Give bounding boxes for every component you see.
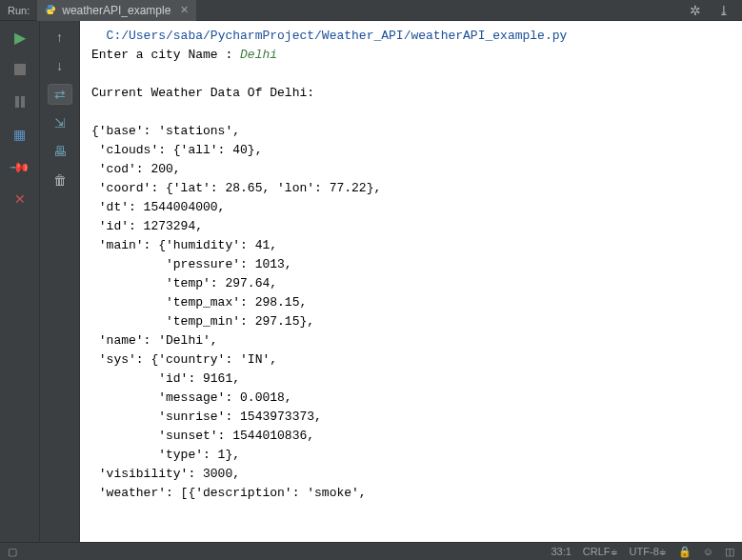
scroll-to-end-icon[interactable]: ⇲ xyxy=(48,112,72,133)
pin-icon[interactable]: 📌 xyxy=(5,151,34,181)
console-prompt: Enter a city Name : xyxy=(91,48,240,62)
console-output[interactable]: C:/Users/saba/PycharmProject/Weather_API… xyxy=(80,21,742,542)
close-button[interactable]: ✕ xyxy=(10,189,30,210)
inspections-icon[interactable]: ☺ xyxy=(703,546,713,557)
output-line: 'sunset': 1544010836, xyxy=(91,429,314,443)
python-file-icon xyxy=(45,4,56,17)
script-path: C:/Users/saba/PycharmProject/Weather_API… xyxy=(107,29,568,43)
svg-rect-1 xyxy=(15,96,19,108)
output-line: 'name': 'Delhi', xyxy=(91,333,218,348)
output-line: 'id': 1273294, xyxy=(91,219,203,233)
rerun-button[interactable]: ▶ xyxy=(10,27,30,48)
output-line: 'message': 0.0018, xyxy=(91,390,292,405)
up-arrow-icon[interactable]: ↑ xyxy=(48,27,72,48)
output-line: 'sunrise': 1543973373, xyxy=(91,410,322,424)
output-line: 'dt': 1544004000, xyxy=(91,200,225,214)
memory-indicator-icon[interactable]: ◫ xyxy=(725,546,734,558)
output-line: {'base': 'stations', xyxy=(91,124,240,138)
down-arrow-icon[interactable]: ↓ xyxy=(48,55,72,76)
output-line: 'temp_max': 298.15, xyxy=(91,295,307,310)
status-bar: ▢ 33:1 CRLF≑ UTF-8≑ 🔒 ☺ ◫ xyxy=(0,542,742,560)
output-line: 'coord': {'lat': 28.65, 'lon': 77.22}, xyxy=(91,181,381,195)
output-line: 'sys': {'country': 'IN', xyxy=(91,352,277,367)
output-line: 'clouds': {'all': 40}, xyxy=(91,143,262,157)
run-sidebar-secondary: ↑ ↓ ⇄ ⇲ 🖶 🗑 xyxy=(40,21,80,542)
output-header: Current Weather Data Of Delhi: xyxy=(91,86,314,100)
output-line: 'id': 9161, xyxy=(91,371,240,386)
pause-button[interactable] xyxy=(10,91,30,112)
gear-icon[interactable]: ✲ xyxy=(685,0,706,21)
output-line: 'cod': 200, xyxy=(91,162,181,176)
caret-position[interactable]: 33:1 xyxy=(551,546,571,557)
output-line: 'weather': [{'description': 'smoke', xyxy=(91,486,367,500)
run-toolbar: Run: weatherAPI_example ✕ ✲ ⤓ xyxy=(0,0,742,21)
read-only-icon[interactable]: 🔒 xyxy=(678,546,692,558)
output-line: 'temp': 297.64, xyxy=(91,276,277,290)
tool-window-icon[interactable]: ▢ xyxy=(8,546,17,558)
encoding[interactable]: UTF-8≑ xyxy=(630,546,667,557)
run-sidebar-left: ▶ ▦ 📌 ✕ xyxy=(0,21,40,542)
run-label: Run: xyxy=(0,5,37,16)
line-separator[interactable]: CRLF≑ xyxy=(583,546,618,557)
close-icon[interactable]: ✕ xyxy=(180,4,189,16)
print-icon[interactable]: 🖶 xyxy=(48,141,72,162)
svg-rect-0 xyxy=(14,64,26,75)
layout-icon[interactable]: ▦ xyxy=(10,124,30,145)
tab-label: weatherAPI_example xyxy=(62,4,170,17)
output-line: 'pressure': 1013, xyxy=(91,257,292,271)
user-input: Delhi xyxy=(240,48,277,62)
svg-rect-2 xyxy=(21,96,25,108)
download-icon[interactable]: ⤓ xyxy=(713,0,734,21)
run-tab[interactable]: weatherAPI_example ✕ xyxy=(37,0,196,21)
clear-all-icon[interactable]: 🗑 xyxy=(48,170,72,190)
soft-wrap-icon[interactable]: ⇄ xyxy=(48,84,72,105)
output-line: 'type': 1}, xyxy=(91,448,240,462)
output-line: 'main': {'humidity': 41, xyxy=(91,238,277,252)
output-line: 'visibility': 3000, xyxy=(91,467,240,481)
stop-button[interactable] xyxy=(10,59,30,80)
output-line: 'temp_min': 297.15}, xyxy=(91,314,314,329)
